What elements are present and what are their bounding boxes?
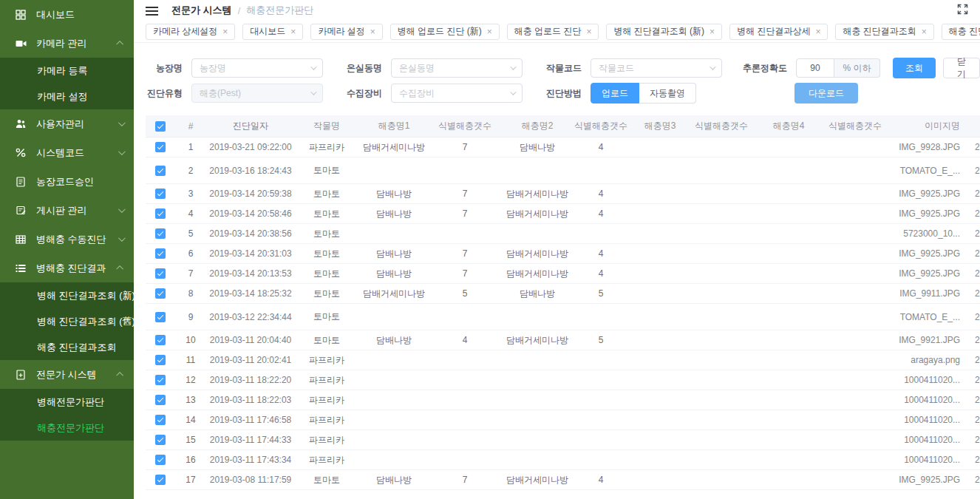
sidebar-item-system-code[interactable]: 시스템코드 [0, 138, 134, 167]
sidebar-item-camera-register[interactable]: 카메라 등록 [0, 58, 134, 84]
row-checkbox[interactable] [155, 208, 166, 219]
sidebar-item-diagnosis-results[interactable]: 병해충 진단결과 [0, 254, 134, 282]
tab-chip[interactable]: ● 병해 진단결과상세 × [729, 24, 828, 40]
cell-crop-name: 토마토 [295, 164, 358, 177]
sidebar-item-label: 카메라 관리 [36, 37, 87, 50]
sidebar-item-pest-expert-judgment[interactable]: 해충전문가판단 [0, 415, 134, 441]
tab-chip[interactable]: ● 병해 업로드 진단 (新) × [390, 24, 500, 40]
sidebar-item-board-management[interactable]: 게시판 관리 [0, 196, 134, 225]
tab-chip[interactable]: ● 병해 진단결과조회 (新) × [606, 24, 722, 40]
row-checkbox[interactable] [155, 228, 166, 239]
cell-pest2: 담배거세미나방 [500, 334, 574, 347]
close-icon[interactable]: × [710, 27, 715, 36]
close-icon[interactable]: × [815, 27, 820, 36]
sidebar-item-disease-results-new[interactable]: 병해 진단결과조회 (新) [0, 282, 134, 308]
close-icon[interactable]: × [586, 27, 591, 36]
sidebar-item-camera-settings[interactable]: 카메라 설정 [0, 84, 134, 109]
cell-pest2: 담배나방 [500, 141, 574, 154]
device-label: 수집장비 [341, 87, 382, 100]
row-checkbox[interactable] [155, 288, 166, 299]
cell-image-name: IMG_9925.JPG [883, 268, 960, 279]
close-icon[interactable]: × [222, 27, 228, 36]
close-button[interactable]: 닫기 [943, 58, 980, 78]
greenhouse-label: 온실동명 [341, 62, 382, 75]
tab-chip[interactable]: ● 대시보드 × [242, 24, 303, 40]
cell-clipped-date: 2019 [960, 208, 980, 219]
close-icon[interactable]: × [290, 27, 296, 36]
close-icon[interactable]: × [487, 27, 492, 36]
select-all-checkbox[interactable] [155, 121, 166, 132]
sidebar-item-farm-code-approval[interactable]: 농장코드승인 [0, 167, 134, 196]
row-checkbox[interactable] [155, 312, 166, 322]
cell-clipped-date: 2019 [960, 415, 980, 425]
tab-chip[interactable]: ● 해충 업로드 진단 × [507, 24, 599, 40]
search-button[interactable]: 조회 [893, 58, 936, 78]
row-checkbox[interactable] [155, 435, 166, 445]
tab-chip[interactable]: ● 해충 진단결과조회 × [835, 24, 933, 40]
row-checkbox[interactable] [155, 355, 166, 365]
method-auto-button[interactable]: 자동촬영 [639, 83, 696, 103]
chevron-down-icon [118, 206, 126, 213]
row-checkbox[interactable] [155, 142, 166, 152]
sidebar-item-disease-expert-judgment[interactable]: 병해전문가판단 [0, 389, 134, 415]
table-row: 16 2019-03-11 17:43:34 파프리카 1000411020 [146, 450, 980, 470]
cell-pest1: 담배나방 [358, 474, 429, 486]
row-checkbox[interactable] [155, 455, 166, 465]
cell-clipped-date: 2019 [960, 375, 980, 385]
row-checkbox[interactable] [155, 189, 166, 199]
cell-clipped-date: 2019 [960, 228, 980, 239]
cell-index: 9 [175, 312, 206, 322]
close-icon[interactable]: × [922, 27, 927, 36]
tab-chip[interactable]: ● 카메라 설정 × [310, 24, 382, 40]
crop-code-select[interactable]: 작물코드 [591, 58, 722, 78]
col-header-pest3-count: 식별해충갯수 [693, 120, 750, 132]
tab-chip-label: 병해 진단결과상세 [737, 25, 810, 38]
tab-chip[interactable]: ● 해충 진단결과상세 × [942, 24, 980, 40]
cell-clipped-date: 2019 [960, 268, 980, 279]
sidebar-item-disease-results-old[interactable]: 병해 진단결과조회 (舊) [0, 308, 134, 334]
chevron-up-icon [116, 265, 123, 273]
cell-index: 3 [175, 189, 206, 199]
close-icon[interactable]: × [370, 27, 375, 36]
cell-image-name: IMG_9911.JPG [883, 288, 960, 299]
camera-icon [15, 38, 27, 49]
cell-image-name: IMG_9925.JPG [883, 208, 960, 219]
row-checkbox[interactable] [155, 475, 166, 485]
farm-name-select[interactable]: 농장명 [191, 58, 323, 78]
greenhouse-select[interactable]: 온실동명 [391, 58, 523, 78]
diagnosis-method-toggle: 업로드 자동촬영 [591, 83, 696, 103]
hamburger-menu-icon[interactable] [146, 4, 159, 18]
accuracy-input[interactable] [796, 58, 834, 78]
sidebar-item-expert-system[interactable]: 전문가 시스템 [0, 360, 134, 389]
download-button[interactable]: 다운로드 [794, 83, 858, 103]
sidebar-item-pest-results[interactable]: 해충 진단결과조회 [0, 334, 134, 360]
sidebar-item-user-management[interactable]: 사용자관리 [0, 109, 134, 138]
row-checkbox[interactable] [155, 375, 166, 385]
cell-pest1: 담배나방 [358, 248, 429, 260]
row-checkbox[interactable] [155, 248, 166, 259]
row-checkbox[interactable] [155, 415, 166, 425]
sidebar-item-dashboard[interactable]: 대시보드 [0, 0, 134, 29]
chevron-down-icon [310, 64, 316, 69]
cell-diagnosis-date: 2019-03-11 17:44:33 [206, 435, 295, 445]
sidebar-item-label: 사용자관리 [36, 118, 84, 131]
breadcrumb-separator: / [238, 5, 241, 16]
col-header-pest2: 해충명2 [500, 120, 574, 132]
cell-index: 5 [175, 228, 206, 239]
sidebar-item-label: 병해충 진단결과 [36, 262, 106, 275]
cell-diagnosis-date: 2019-03-11 17:43:34 [206, 455, 295, 465]
row-checkbox[interactable] [155, 166, 166, 176]
device-select[interactable]: 수집장비 [391, 84, 523, 103]
sidebar-item-camera-management[interactable]: 카메라 관리 [0, 29, 134, 58]
diagnosis-type-select[interactable]: 해충(Pest) [191, 84, 323, 103]
sidebar-item-manual-diagnosis[interactable]: 병해충 수동진단 [0, 225, 134, 254]
row-checkbox[interactable] [155, 395, 166, 405]
sidebar-item-label: 병해충 수동진단 [36, 233, 106, 246]
tab-chip[interactable]: ● 카메라 상세설정 × [146, 24, 235, 40]
row-checkbox[interactable] [155, 335, 166, 345]
row-checkbox[interactable] [155, 268, 166, 279]
breadcrumb-root[interactable]: 전문가 시스템 [171, 4, 232, 17]
fullscreen-expand-icon[interactable] [957, 4, 968, 17]
cell-clipped-date: 2019 [960, 335, 980, 345]
method-upload-button[interactable]: 업로드 [591, 83, 639, 103]
